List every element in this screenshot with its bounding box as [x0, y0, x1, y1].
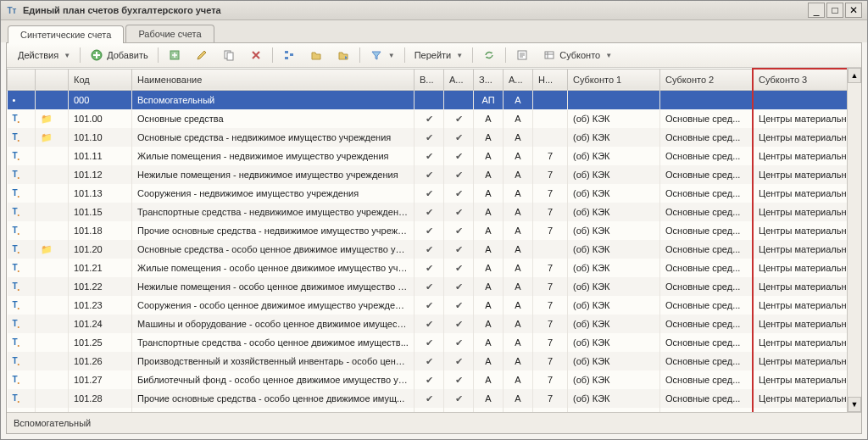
col-n[interactable]: Н... [533, 69, 568, 91]
copy-icon [222, 48, 236, 62]
find-button[interactable]: ▼ [364, 45, 401, 65]
delete-button[interactable] [243, 45, 269, 65]
t-marker-icon: T• [13, 300, 20, 309]
delete-icon [249, 48, 263, 62]
statusbar: Вспомогательный [7, 412, 861, 433]
subkonto-icon [542, 48, 556, 62]
folder-move-icon [309, 48, 323, 62]
table-row[interactable]: T•101.23Сооружения - особо ценное движим… [8, 296, 848, 315]
t-marker-icon: T• [13, 114, 20, 123]
table-row[interactable]: T•101.12Нежилые помещения - недвижимое и… [8, 165, 848, 184]
col-a2[interactable]: А... [504, 69, 533, 91]
scroll-up-button[interactable]: ▲ [848, 68, 861, 83]
col-folder[interactable] [36, 69, 69, 91]
vertical-scrollbar[interactable]: ▲ ▼ [847, 68, 861, 412]
svg-rect-6 [290, 53, 293, 56]
table-row[interactable]: T•101.22Нежилые помещения - особо ценное… [8, 277, 848, 296]
folder-icon: 📁 [41, 244, 53, 255]
refresh-button[interactable] [476, 45, 502, 65]
col-sub1[interactable]: Субконто 1 [568, 69, 660, 91]
table-row[interactable]: •000ВспомогательныйАПА [8, 91, 848, 110]
minimize-button[interactable]: _ [808, 3, 825, 18]
maximize-button[interactable]: □ [826, 3, 843, 18]
col-code[interactable]: Код [69, 69, 132, 91]
t-marker-icon: T• [13, 281, 20, 291]
col-name[interactable]: Наименование [132, 69, 415, 91]
folder-arrow-icon [337, 48, 350, 62]
table-row[interactable]: T•101.15Транспортные средства - недвижим… [8, 203, 848, 221]
table-row[interactable]: T•101.11Жилые помещения - недвижимое иму… [8, 147, 848, 165]
svg-rect-4 [285, 51, 288, 53]
tab-synthetic[interactable]: Синтетические счета [8, 25, 124, 43]
table-row[interactable]: T•101.18Прочие основные средства - недви… [8, 221, 848, 240]
table-row[interactable]: T•101.24Машины и оборудование - особо це… [8, 315, 848, 333]
folder-icon: 📁 [41, 114, 53, 125]
table-row[interactable]: T•📁101.20Основные средства - особо ценно… [8, 240, 848, 259]
app-window: Тт Единый план счетов бухгалтерского уче… [0, 0, 868, 440]
scroll-down-button[interactable]: ▼ [848, 397, 861, 412]
actions-menu[interactable]: Действия▼ [12, 47, 76, 64]
svg-rect-5 [285, 57, 288, 59]
subkonto-button[interactable]: Субконто▼ [537, 45, 618, 65]
move-button2[interactable] [331, 45, 356, 65]
content-pane: Действия▼ Добавить ▼ Перейти▼ [6, 42, 862, 434]
col-sub3[interactable]: Субконто 3 [753, 69, 847, 91]
col-sub2[interactable]: Субконто 2 [660, 69, 754, 91]
col-v[interactable]: В... [415, 69, 444, 91]
t-marker-icon: T• [13, 393, 20, 403]
table-row[interactable]: T•📁101.10Основные средства - недвижимое … [8, 128, 848, 147]
goto-menu[interactable]: Перейти▼ [409, 47, 470, 64]
journal-button[interactable] [509, 45, 535, 65]
col-marker[interactable] [8, 69, 36, 91]
t-marker-icon: T• [13, 356, 20, 365]
scroll-track[interactable] [848, 83, 861, 397]
window-title: Единый план счетов бухгалтерского учета [23, 5, 808, 15]
t-marker-icon: T• [13, 319, 20, 328]
table-row[interactable]: T•101.13Сооружения - недвижимое имуществ… [8, 184, 848, 203]
t-marker-icon: T• [13, 188, 20, 198]
pencil-icon [195, 48, 209, 62]
table-row[interactable]: T•📁101.00Основные средства✔✔АА(об) КЭКОс… [8, 109, 848, 128]
add-group-button[interactable] [162, 45, 187, 65]
svg-rect-3 [227, 53, 233, 60]
col-z[interactable]: З... [474, 69, 504, 91]
accounts-grid[interactable]: Код Наименование В... А... З... А... Н..… [7, 68, 847, 412]
t-marker-icon: T• [13, 170, 20, 179]
table-row[interactable]: T•101.25Транспортные средства - особо це… [8, 333, 848, 352]
table-row[interactable]: T•101.26Производственный и хозяйственный… [8, 352, 848, 370]
close-button[interactable]: ✕ [845, 3, 862, 18]
hierarchy-icon [282, 48, 296, 62]
t-marker-icon: T• [13, 226, 20, 235]
hierarchy-button[interactable] [276, 45, 302, 65]
t-marker-icon: T• [13, 337, 20, 347]
folder-icon: 📁 [41, 132, 53, 143]
app-icon: Тт [6, 4, 18, 16]
journal-icon [515, 48, 529, 62]
table-row[interactable]: T•101.21Жилые помещения - особо ценное д… [8, 259, 848, 277]
col-a1[interactable]: А... [444, 69, 474, 91]
t-marker-icon: T• [13, 244, 20, 253]
table-row[interactable]: T•101.28Прочие основные средства - особо… [8, 389, 848, 408]
edit-button[interactable] [189, 45, 214, 65]
tabbar: Синтетические счета Рабочие счета [1, 20, 867, 42]
add-button[interactable]: Добавить [84, 45, 154, 65]
header-row: Код Наименование В... А... З... А... Н..… [8, 69, 848, 91]
t-marker-icon: T• [13, 263, 20, 272]
copy-button[interactable] [216, 45, 242, 65]
t-marker-icon: T• [13, 151, 20, 160]
table-row[interactable]: T•101.27Библиотечный фонд - особо ценное… [8, 370, 848, 389]
t-marker-icon: T• [13, 207, 20, 216]
tab-working[interactable]: Рабочие счета [125, 25, 214, 42]
filter-icon [370, 48, 383, 62]
titlebar: Тт Единый план счетов бухгалтерского уче… [1, 1, 867, 20]
marker-icon: • [13, 95, 16, 105]
status-text: Вспомогательный [14, 418, 91, 428]
add-group-icon [168, 48, 181, 62]
t-marker-icon: T• [13, 132, 20, 142]
svg-rect-8 [545, 52, 554, 58]
move-button[interactable] [303, 45, 329, 65]
t-marker-icon: T• [13, 375, 20, 384]
toolbar: Действия▼ Добавить ▼ Перейти▼ [7, 43, 861, 68]
refresh-icon [482, 48, 496, 62]
add-icon [90, 48, 103, 62]
